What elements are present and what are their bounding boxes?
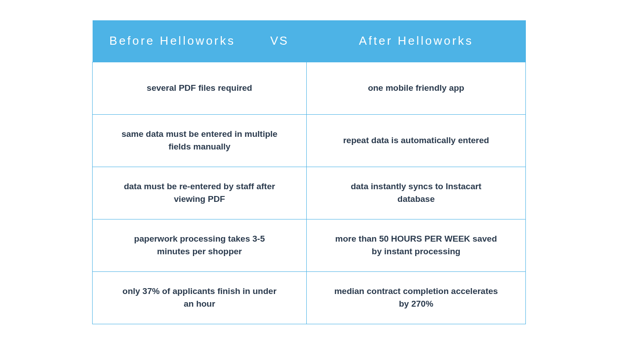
table-row: several PDF files required one mobile fr… [93, 62, 526, 114]
header-before: Before Helloworks [93, 20, 253, 62]
cell-after: more than 50 HOURS PER WEEK saved by ins… [307, 219, 526, 271]
cell-after: repeat data is automatically entered [307, 114, 526, 167]
table-row: data must be re-entered by staff after v… [93, 167, 526, 219]
table-row: only 37% of applicants finish in under a… [93, 271, 526, 324]
cell-before: paperwork processing takes 3-5 minutes p… [93, 219, 307, 271]
header-after: After Helloworks [307, 20, 526, 62]
table-header-row: Before Helloworks VS After Helloworks [93, 20, 526, 62]
cell-before: data must be re-entered by staff after v… [93, 167, 307, 219]
cell-after: one mobile friendly app [307, 62, 526, 114]
comparison-table: Before Helloworks VS After Helloworks se… [92, 20, 526, 324]
cell-after: median contract completion accelerates b… [307, 271, 526, 324]
table-row: paperwork processing takes 3-5 minutes p… [93, 219, 526, 271]
header-vs: VS [253, 20, 307, 62]
cell-after: data instantly syncs to Instacart databa… [307, 167, 526, 219]
cell-before: same data must be entered in multiple fi… [93, 114, 307, 167]
cell-before: only 37% of applicants finish in under a… [93, 271, 307, 324]
cell-before: several PDF files required [93, 62, 307, 114]
table-row: same data must be entered in multiple fi… [93, 114, 526, 167]
